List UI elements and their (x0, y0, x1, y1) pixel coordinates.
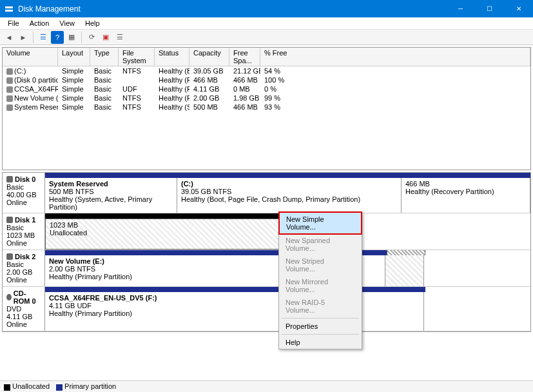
volume-list-header: Volume Layout Type File System Status Ca… (3, 48, 530, 66)
disk-row-cdrom: CD-ROM 0 DVD 4.11 GB Online CCSA_X64FRE_… (3, 287, 530, 331)
volume-row[interactable]: New Volume (E:)SimpleBasicNTFSHealthy (P… (3, 93, 530, 103)
swatch-unallocated (4, 384, 10, 391)
menu-new-striped-volume: New Striped Volume... (279, 255, 362, 275)
app-icon (4, 4, 14, 14)
menubar: File Action View Help (0, 17, 533, 30)
toolbar-btn-3[interactable]: ▦ (65, 31, 78, 44)
partition-recovery[interactable]: 466 MB Healthy (Recovery Partition) (402, 178, 530, 213)
back-icon[interactable]: ◄ (3, 31, 15, 44)
toolbar: ◄ ► ☰ ? ▦ ⟳ ▣ ☰ (0, 30, 533, 45)
legend: Unallocated Primary partition (0, 380, 533, 392)
menu-new-mirrored-volume: New Mirrored Volume... (279, 275, 362, 296)
volume-row[interactable]: (Disk 0 partition 3)SimpleBasicHealthy (… (3, 75, 530, 84)
col-status[interactable]: Status (155, 48, 189, 66)
svg-rect-0 (5, 6, 13, 8)
toolbar-btn-6[interactable]: ☰ (113, 31, 126, 44)
col-volume[interactable]: Volume (3, 48, 58, 66)
disk-row-0: Disk 0 Basic 40.00 GB Online System Rese… (3, 173, 530, 213)
col-type[interactable]: Type (90, 48, 119, 66)
svg-rect-1 (5, 10, 13, 12)
cdrom-icon (6, 294, 12, 300)
disk-icon (6, 176, 13, 182)
menu-new-simple-volume[interactable]: New Simple Volume... (278, 211, 362, 235)
close-button[interactable]: ✕ (504, 0, 533, 17)
menu-help[interactable]: Help (279, 336, 362, 349)
col-capacity[interactable]: Capacity (189, 48, 229, 66)
minimize-button[interactable]: ─ (446, 0, 475, 17)
toolbar-btn-1[interactable]: ☰ (37, 31, 50, 44)
menu-new-raid5-volume: New RAID-5 Volume... (279, 296, 362, 317)
forward-icon[interactable]: ► (17, 31, 30, 44)
menu-file[interactable]: File (3, 18, 24, 28)
menu-properties[interactable]: Properties (279, 320, 362, 333)
toolbar-btn-5[interactable]: ▣ (99, 31, 112, 44)
menu-new-spanned-volume: New Spanned Volume... (279, 234, 362, 255)
help-icon[interactable]: ? (51, 31, 64, 44)
disk-icon (6, 217, 13, 223)
swatch-primary (56, 384, 63, 391)
partition-c[interactable]: (C:) 39.05 GB NTFS Healthy (Boot, Page F… (177, 178, 402, 213)
col-pct[interactable]: % Free (260, 48, 530, 66)
maximize-button[interactable]: ☐ (475, 0, 504, 17)
free-space[interactable] (385, 255, 424, 286)
toolbar-btn-4[interactable]: ⟳ (85, 31, 98, 44)
partition-system-reserved[interactable]: System Reserved 500 MB NTFS Healthy (Sys… (45, 178, 177, 213)
menu-view[interactable]: View (54, 18, 80, 28)
col-free[interactable]: Free Spa... (229, 48, 260, 66)
partition-f[interactable]: CCSA_X64FRE_EN-US_DV5 (F:) 4.11 GB UDF H… (45, 292, 424, 331)
disk-row-2: Disk 2 Basic 2.00 GB Online New Volume (… (3, 250, 530, 287)
disk-icon (6, 253, 13, 260)
menu-action[interactable]: Action (24, 18, 55, 28)
disk-row-1: Disk 1 Basic 1023 MB Online 1023 MB Unal… (3, 213, 530, 250)
window-title: Disk Management (18, 5, 446, 14)
menu-help[interactable]: Help (80, 18, 105, 28)
volume-row[interactable]: (C:)SimpleBasicNTFSHealthy (B...39.05 GB… (3, 66, 530, 75)
volume-list: Volume Layout Type File System Status Ca… (2, 47, 531, 170)
titlebar: Disk Management ─ ☐ ✕ (0, 0, 533, 17)
volume-row[interactable]: CCSA_X64FRE_EN-...SimpleBasicUDFHealthy … (3, 84, 530, 93)
context-menu: New Simple Volume... New Spanned Volume.… (278, 211, 362, 349)
volume-row[interactable]: System ReservedSimpleBasicNTFSHealthy (S… (3, 103, 530, 112)
col-fs[interactable]: File System (119, 48, 155, 66)
disk-graphical-view: Disk 0 Basic 40.00 GB Online System Rese… (2, 172, 531, 332)
col-layout[interactable]: Layout (58, 48, 90, 66)
